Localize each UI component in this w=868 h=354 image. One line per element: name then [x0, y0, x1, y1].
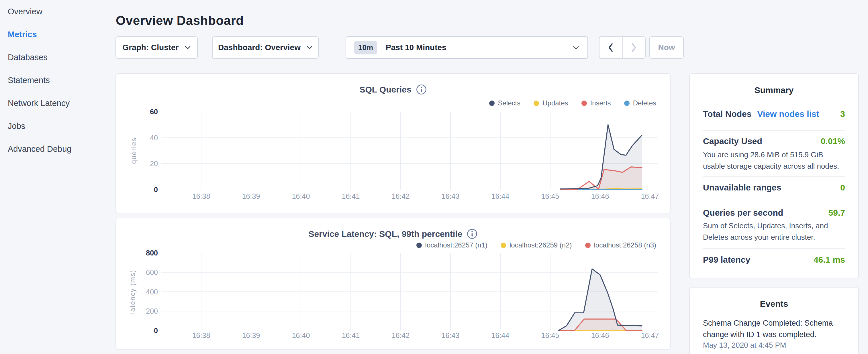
p99-latency-label: P99 latency — [703, 255, 750, 265]
graph-scope-dropdown-label: Graph: Cluster — [122, 43, 179, 52]
y-tick-label: 0 — [154, 326, 158, 334]
sidebar-nav: OverviewMetricsDatabasesStatementsNetwor… — [0, 0, 115, 160]
page-title: Overview Dashboard — [116, 13, 244, 28]
capacity-used-description: You are using 28.6 MiB of 515.9 GiB usab… — [703, 149, 847, 172]
summary-separator — [703, 248, 845, 249]
summary-row-capacity: Capacity Used 0.01% — [703, 136, 845, 146]
events-panel: Events Schema Change Completed: Schema c… — [689, 287, 859, 354]
now-button-label: Now — [658, 43, 675, 52]
qps-value: 59.7 — [829, 208, 845, 218]
y-tick-label: 600 — [146, 268, 158, 277]
unavailable-ranges-label: Unavailable ranges — [703, 183, 781, 192]
time-range-label: Past 10 Minutes — [386, 43, 446, 52]
time-range-badge: 10m — [354, 41, 377, 55]
x-tick-label: 16:42 — [392, 331, 410, 340]
summary-separator — [703, 176, 845, 177]
chevron-left-icon — [608, 43, 614, 53]
chevron-right-icon — [631, 43, 637, 53]
sql-queries-chart[interactable]: 16:3816:3916:4016:4116:4216:4316:4416:45… — [116, 74, 671, 214]
summary-row-p99-latency: P99 latency 46.1 ms — [703, 255, 845, 265]
capacity-used-label: Capacity Used — [703, 136, 762, 146]
qps-label: Queries per second — [703, 208, 783, 218]
capacity-used-value: 0.01% — [821, 136, 845, 146]
total-nodes-value: 3 — [840, 109, 845, 119]
sidebar-item-statements[interactable]: Statements — [0, 69, 115, 92]
time-range-pager — [599, 36, 646, 59]
sql-queries-chart-card: SQL Queries SelectsUpdatesInsertsDeletes… — [116, 73, 671, 213]
y-axis-label: latency (ms) — [129, 269, 136, 314]
p99-latency-value: 46.1 ms — [813, 255, 845, 265]
service-latency-chart-card: Service Latency: SQL, 99th percentile lo… — [116, 218, 671, 350]
summary-row-unavailable-ranges: Unavailable ranges 0 — [703, 183, 845, 192]
sidebar-item-advanced-debug[interactable]: Advanced Debug — [0, 137, 115, 160]
summary-separator — [703, 202, 845, 202]
x-tick-label: 16:38 — [192, 192, 210, 200]
x-tick-label: 16:42 — [392, 192, 410, 200]
x-tick-label: 16:43 — [442, 192, 460, 200]
view-nodes-list-link[interactable]: View nodes list — [757, 109, 819, 119]
x-tick-label: 16:43 — [442, 331, 460, 340]
graph-scope-dropdown[interactable]: Graph: Cluster — [116, 36, 198, 59]
series-area — [559, 269, 642, 330]
x-tick-label: 16:44 — [492, 331, 509, 340]
events-header: Events — [690, 299, 858, 309]
x-tick-label: 16:41 — [342, 331, 360, 340]
time-range-dropdown[interactable]: 10m Past 10 Minutes — [346, 36, 588, 59]
x-tick-label: 16:38 — [192, 331, 210, 340]
x-tick-label: 16:47 — [641, 192, 659, 200]
sidebar-item-metrics[interactable]: Metrics — [0, 23, 115, 46]
x-tick-label: 16:41 — [342, 192, 360, 200]
y-tick-label: 400 — [146, 288, 158, 296]
x-tick-label: 16:40 — [292, 192, 310, 200]
y-tick-label: 60 — [150, 108, 158, 116]
dashboard-dropdown-label: Dashboard: Overview — [218, 43, 301, 52]
summary-header: Summary — [690, 85, 858, 95]
x-tick-label: 16:39 — [242, 331, 260, 340]
sidebar-item-overview[interactable]: Overview — [0, 0, 115, 23]
summary-separator — [703, 130, 845, 131]
time-range-prev-button[interactable] — [599, 37, 622, 58]
dashboard-dropdown[interactable]: Dashboard: Overview — [212, 36, 319, 59]
x-tick-label: 16:46 — [591, 192, 609, 200]
y-axis-label: queries — [130, 137, 137, 164]
x-tick-label: 16:45 — [541, 192, 559, 200]
y-tick-label: 20 — [150, 160, 158, 167]
now-button[interactable]: Now — [649, 36, 684, 59]
total-nodes-label: Total Nodes — [703, 109, 751, 119]
x-tick-label: 16:40 — [292, 331, 310, 340]
sidebar-item-network-latency[interactable]: Network Latency — [0, 92, 115, 115]
y-tick-label: 0 — [154, 186, 158, 194]
time-range-next-button[interactable] — [622, 37, 645, 58]
chevron-down-icon — [306, 45, 313, 50]
x-tick-label: 16:46 — [591, 331, 609, 340]
event-message[interactable]: Schema Change Completed: Schema change w… — [703, 317, 846, 340]
summary-row-total-nodes: Total NodesView nodes list 3 — [703, 109, 845, 119]
unavailable-ranges-value: 0 — [840, 183, 845, 192]
summary-row-qps: Queries per second 59.7 — [703, 208, 845, 218]
chevron-down-icon — [572, 45, 580, 50]
sidebar-item-databases[interactable]: Databases — [0, 46, 115, 69]
x-tick-label: 16:45 — [541, 331, 559, 340]
y-tick-label: 40 — [150, 134, 158, 142]
chevron-down-icon — [185, 45, 191, 50]
x-tick-label: 16:39 — [242, 192, 260, 200]
metrics-overview-page: OverviewMetricsDatabasesStatementsNetwor… — [0, 0, 868, 354]
sidebar-item-jobs[interactable]: Jobs — [0, 115, 115, 137]
event-timestamp: May 13, 2020 at 4:45 PM — [703, 341, 786, 350]
x-tick-label: 16:47 — [641, 331, 659, 340]
summary-panel: Summary Total NodesView nodes list 3 Cap… — [689, 73, 859, 279]
series-fills — [559, 269, 642, 330]
y-tick-label: 800 — [146, 249, 158, 257]
x-tick-label: 16:44 — [492, 192, 509, 200]
service-latency-chart[interactable]: 16:3816:3916:4016:4116:4216:4316:4416:45… — [116, 218, 671, 351]
qps-description: Sum of Selects, Updates, Inserts, and De… — [703, 220, 847, 243]
y-tick-label: 200 — [146, 307, 158, 315]
controls-divider — [333, 36, 333, 59]
